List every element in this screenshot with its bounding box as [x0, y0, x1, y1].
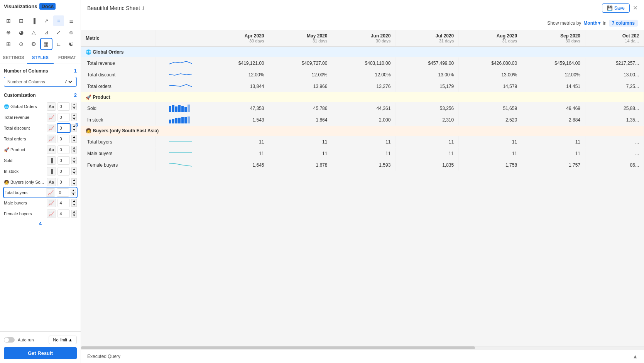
docs-badge[interactable]: Docs — [39, 3, 56, 10]
metric-input-total-revenue[interactable] — [57, 113, 70, 122]
spin-down-total-buyers[interactable]: ▼ — [71, 192, 76, 196]
icon-pie[interactable]: ◕ — [16, 27, 27, 38]
icon-dot[interactable]: ⊙ — [16, 39, 27, 49]
spin-down-sold[interactable]: ▼ — [71, 160, 77, 164]
icon-custom[interactable]: ☯ — [66, 39, 77, 49]
metric-spin-total-orders[interactable]: ▲ ▼ — [71, 135, 77, 143]
metric-input-total-discount[interactable] — [57, 124, 70, 132]
columns-select[interactable]: 7 5 6 8 — [63, 79, 73, 85]
spin-up-male-buyers[interactable]: ▲ — [71, 199, 77, 203]
metric-input-sold[interactable] — [57, 156, 70, 165]
get-result-button[interactable]: Get Result — [4, 347, 77, 359]
no-limit-button[interactable]: No limit ▲ — [49, 336, 77, 344]
tab-styles[interactable]: STYLES — [27, 52, 54, 64]
metric-icon-total-revenue[interactable]: 📈 — [47, 113, 56, 122]
spin-up-product[interactable]: ▲ — [71, 146, 77, 150]
metric-icon-total-discount[interactable]: 📈 — [47, 124, 56, 132]
cell-spark-total-discount — [156, 69, 206, 81]
spin-up-in-stock[interactable]: ▲ — [71, 167, 77, 171]
metric-spin-global-orders[interactable]: ▲ ▼ — [71, 103, 77, 110]
icon-map[interactable]: ⊕ — [3, 27, 14, 38]
icon-person[interactable]: ☺ — [66, 27, 77, 38]
metric-icon-female-buyers[interactable]: 📈 — [47, 209, 56, 218]
icon-settings2[interactable]: ⚙ — [28, 39, 39, 49]
metric-icon-total-buyers[interactable]: 📈 — [46, 188, 55, 197]
spin-up-sold[interactable]: ▲ — [71, 157, 77, 160]
metric-input-global-orders[interactable] — [57, 102, 70, 111]
metric-spin-buyers[interactable]: ▲ ▼ — [71, 178, 77, 186]
columns-badge[interactable]: 7 columns — [609, 20, 638, 27]
metric-spin-sold[interactable]: ▲ ▼ — [71, 157, 77, 164]
metric-icon-buyers[interactable]: Aa — [47, 178, 56, 186]
cell-apr-sold: 47,353 — [206, 103, 269, 114]
spin-up-total-revenue[interactable]: ▲ — [71, 113, 77, 117]
icon-triangle[interactable]: △ — [28, 27, 39, 38]
close-button[interactable]: ✕ — [633, 4, 638, 12]
columns-select-row[interactable]: Number of Columns 7 5 6 8 — [4, 77, 77, 87]
metric-input-male-buyers[interactable] — [57, 199, 70, 207]
metric-input-total-buyers[interactable] — [57, 188, 69, 197]
cell-aug-male-buyers: 11 — [459, 148, 522, 159]
metric-icon-product[interactable]: Aa — [47, 145, 56, 154]
spin-down-female-buyers[interactable]: ▼ — [71, 214, 77, 218]
metric-icon-global-orders[interactable]: Aa — [47, 102, 56, 111]
info-icon[interactable]: ℹ — [142, 5, 144, 11]
icon-grid2[interactable]: ⊞ — [3, 39, 14, 49]
auto-run-toggle[interactable] — [4, 337, 15, 343]
spin-up-buyers[interactable]: ▲ — [71, 178, 77, 182]
spin-down-total-revenue[interactable]: ▼ — [71, 117, 77, 121]
icon-bar-chart[interactable]: ▐ — [28, 15, 39, 26]
metric-icon-sold[interactable]: ▐ — [47, 156, 56, 165]
spin-down-product[interactable]: ▼ — [71, 150, 77, 154]
executed-query-label: Executed Query — [87, 354, 120, 359]
metric-spin-total-buyers[interactable]: ▲ ▼ — [71, 189, 76, 196]
metric-input-in-stock[interactable] — [57, 167, 70, 176]
executed-query-chevron[interactable]: ▲ — [632, 353, 638, 360]
icon-table[interactable]: ⊞ — [3, 15, 14, 26]
icon-spark[interactable]: ⤢ — [53, 27, 64, 38]
metric-input-product[interactable] — [57, 145, 70, 154]
cell-jul-total-revenue: $457,499.00 — [396, 57, 459, 69]
metric-spin-total-revenue[interactable]: ▲ ▼ — [71, 113, 77, 121]
icon-pivot[interactable]: ⊟ — [16, 15, 27, 26]
icon-filter[interactable]: ⊿ — [41, 27, 52, 38]
metric-icon-total-orders[interactable]: 📈 — [47, 135, 56, 143]
icon-line-chart[interactable]: ↗ — [41, 15, 52, 26]
table-scroll[interactable]: Metric Apr 202030 days May 202031 days J… — [81, 30, 644, 346]
metric-spin-in-stock[interactable]: ▲ ▼ — [71, 167, 77, 175]
icon-funnel[interactable]: ≣ — [66, 15, 77, 26]
icon-metric-table[interactable]: ≡ — [53, 15, 64, 26]
spin-down-male-buyers[interactable]: ▼ — [71, 203, 77, 207]
icon-flow[interactable]: ⊏ — [53, 39, 64, 49]
show-metrics-label: Show metrics by — [547, 20, 581, 26]
scrollbar-thumb[interactable] — [81, 346, 475, 349]
spin-down-buyers[interactable]: ▼ — [71, 182, 77, 186]
spin-down-global-orders[interactable]: ▼ — [71, 106, 77, 110]
spin-up-global-orders[interactable]: ▲ — [71, 103, 77, 106]
spin-down-total-orders[interactable]: ▼ — [71, 139, 77, 143]
auto-run-label: Auto run — [18, 338, 34, 342]
metric-spin-female-buyers[interactable]: ▲ ▼ — [71, 210, 77, 218]
metric-input-buyers[interactable] — [57, 178, 70, 186]
spin-up-total-orders[interactable]: ▲ — [71, 135, 77, 139]
spin-down-total-discount[interactable]: ▼ — [71, 128, 77, 132]
metric-input-female-buyers[interactable] — [57, 209, 70, 218]
icon-metric-active[interactable]: ▦ — [41, 39, 52, 49]
metric-spin-male-buyers[interactable]: ▲ ▼ — [71, 199, 77, 207]
cell-sep-female-buyers: 1,757 — [522, 159, 585, 171]
spin-up-total-buyers[interactable]: ▲ — [71, 189, 76, 192]
horizontal-scrollbar[interactable] — [81, 346, 644, 349]
tab-settings[interactable]: SETTINGS — [0, 52, 27, 64]
metric-spin-product[interactable]: ▲ ▼ — [71, 146, 77, 154]
period-dropdown[interactable]: Month ▾ — [583, 20, 600, 26]
tab-format[interactable]: FORMAT — [54, 52, 81, 64]
metric-icon-male-buyers[interactable]: 📈 — [47, 199, 56, 207]
metric-input-total-orders[interactable] — [57, 135, 70, 143]
metric-icon-in-stock[interactable]: ▐ — [47, 167, 56, 176]
cell-apr-total-orders: 13,844 — [206, 81, 269, 92]
spin-up-female-buyers[interactable]: ▲ — [71, 210, 77, 214]
save-button[interactable]: 💾 Save — [602, 3, 630, 13]
spin-down-in-stock[interactable]: ▼ — [71, 171, 77, 175]
table-row: In stock 1,54 — [81, 114, 644, 126]
col-jun2020: Jun 202030 days — [332, 30, 396, 47]
